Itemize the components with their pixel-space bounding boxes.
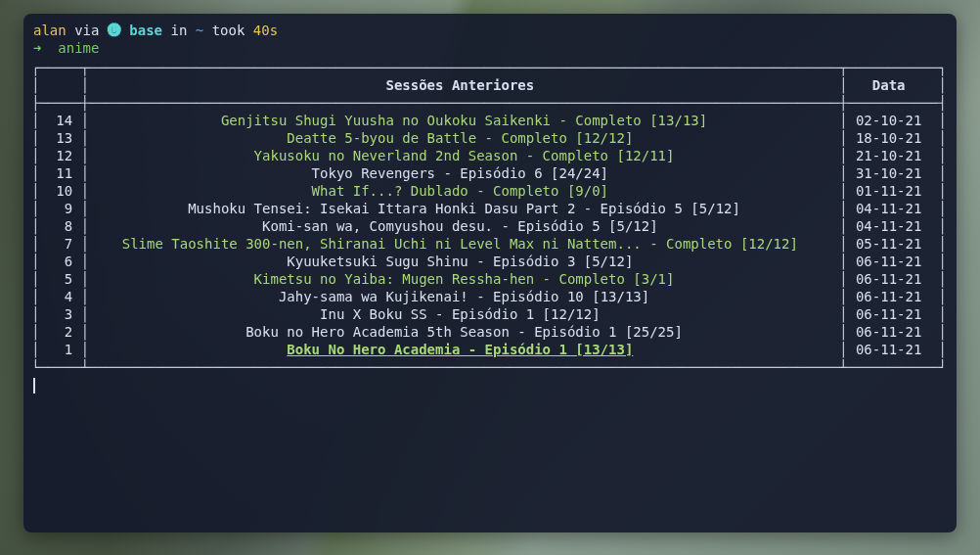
row-date: 02-10-21 bbox=[847, 113, 938, 128]
row-title-pad-right bbox=[649, 289, 839, 304]
row-title-pad-left bbox=[89, 218, 262, 234]
row-title: Kimetsu no Yaiba: Mugen Ressha-hen - Com… bbox=[254, 271, 675, 287]
header-data: Data bbox=[872, 77, 906, 93]
row-index: 13 bbox=[39, 130, 80, 146]
table-row[interactable]: │ 8 │ Komi-san wa, Comyushou desu. - Epi… bbox=[31, 217, 949, 235]
prompt-line-1: alan via 🅒 base in ~ took 40s bbox=[31, 22, 949, 39]
row-title-pad-right bbox=[608, 183, 839, 199]
row-date: 06-11-21 bbox=[848, 289, 939, 304]
row-title-pad-right bbox=[658, 218, 839, 234]
prompt-line-2: ➜ anime bbox=[31, 39, 949, 57]
table-header-row: │ │ Sessões Anteriores │ Data │ bbox=[31, 76, 949, 94]
row-title-pad-left bbox=[89, 113, 221, 128]
table-row[interactable]: │ 1 │ Boku No Hero Academia - Episódio 1… bbox=[31, 341, 949, 358]
row-index: 8 bbox=[39, 218, 80, 234]
row-title-pad-left bbox=[89, 201, 188, 216]
text-cursor bbox=[33, 378, 35, 393]
row-title-pad-left bbox=[89, 342, 287, 357]
table-row[interactable]: │ 6 │ Kyuuketsuki Sugu Shinu - Episódio … bbox=[31, 253, 949, 270]
row-title: Yakusoku no Neverland 2nd Season - Compl… bbox=[254, 148, 675, 163]
row-title: Jahy-sama wa Kujikenai! - Episódio 10 [1… bbox=[279, 289, 649, 304]
row-title-pad-right bbox=[633, 342, 839, 357]
row-date: 21-10-21 bbox=[848, 148, 939, 163]
prompt-via: via bbox=[74, 23, 99, 38]
prompt-took: took bbox=[212, 23, 245, 38]
row-date: 06-11-21 bbox=[848, 306, 939, 322]
row-title-pad-left bbox=[89, 148, 254, 163]
row-index: 2 bbox=[39, 324, 80, 340]
row-title: Komi-san wa, Comyushou desu. - Episódio … bbox=[262, 218, 658, 234]
row-title-pad-left bbox=[89, 236, 122, 252]
row-date: 06-11-21 bbox=[848, 342, 939, 357]
sessions-table: ┌─────┬─────────────────────────────────… bbox=[31, 59, 949, 376]
prompt-in: in bbox=[170, 23, 187, 38]
row-date: 18-10-21 bbox=[848, 130, 939, 146]
row-title: Boku no Hero Academia 5th Season - Episó… bbox=[245, 324, 683, 340]
row-index: 7 bbox=[39, 236, 80, 252]
row-title-pad-left bbox=[89, 165, 312, 181]
conda-icon: 🅒 bbox=[108, 23, 121, 38]
row-title-pad-right bbox=[683, 324, 839, 340]
prompt-duration: 40s bbox=[253, 23, 278, 38]
terminal-window[interactable]: alan via 🅒 base in ~ took 40s ➜ anime ┌─… bbox=[23, 14, 957, 532]
row-title-pad-right bbox=[608, 165, 839, 181]
table-row[interactable]: │ 5 │ Kimetsu no Yaiba: Mugen Ressha-hen… bbox=[31, 270, 949, 288]
row-title: Kyuuketsuki Sugu Shinu - Episódio 3 [5/1… bbox=[287, 254, 633, 269]
row-title-pad-left bbox=[89, 324, 245, 340]
row-title-pad-left bbox=[89, 130, 287, 146]
row-date: 01-11-21 bbox=[848, 183, 939, 199]
row-date: 06-11-21 bbox=[848, 324, 939, 340]
header-sessoes: Sessões Anteriores bbox=[385, 77, 534, 93]
prompt-path: ~ bbox=[196, 23, 203, 38]
table-border-mid: ├─────┼─────────────────────────────────… bbox=[31, 94, 949, 112]
table-row[interactable]: │ 14 │ Genjitsu Shugi Yuusha no Oukoku S… bbox=[31, 112, 949, 129]
row-index: 14 bbox=[39, 113, 80, 128]
row-title-pad-left bbox=[89, 289, 279, 304]
row-date: 31-10-21 bbox=[848, 165, 939, 181]
table-row[interactable]: │ 2 │ Boku no Hero Academia 5th Season -… bbox=[31, 323, 949, 341]
row-date: 04-11-21 bbox=[848, 218, 939, 234]
row-title-pad-right bbox=[674, 271, 839, 287]
table-row[interactable]: │ 13 │ Deatte 5-byou de Battle - Complet… bbox=[31, 129, 949, 147]
table-row[interactable]: │ 4 │ Jahy-sama wa Kujikenai! - Episódio… bbox=[31, 288, 949, 305]
prompt-user: alan bbox=[33, 23, 67, 38]
row-title: Slime Taoshite 300-nen, Shiranai Uchi ni… bbox=[122, 236, 798, 252]
cursor-line bbox=[31, 376, 949, 393]
row-title-pad-right bbox=[601, 306, 839, 322]
table-border-bottom: └─────┴─────────────────────────────────… bbox=[31, 358, 949, 376]
row-index: 3 bbox=[39, 306, 80, 322]
row-index: 4 bbox=[39, 289, 80, 304]
table-row[interactable]: │ 12 │ Yakusoku no Neverland 2nd Season … bbox=[31, 147, 949, 164]
row-title-pad-right bbox=[798, 236, 839, 252]
row-title: Mushoku Tensei: Isekai Ittara Honki Dasu… bbox=[188, 201, 740, 216]
prompt-env: base bbox=[129, 23, 162, 38]
row-title: Tokyo Revengers - Episódio 6 [24/24] bbox=[312, 165, 608, 181]
row-title-pad-left bbox=[89, 183, 312, 199]
row-title-pad-right bbox=[707, 113, 839, 128]
table-row[interactable]: │ 10 │ What If...? Dublado - Completo [9… bbox=[31, 182, 949, 200]
row-index: 5 bbox=[39, 271, 80, 287]
table-row[interactable]: │ 3 │ Inu X Boku SS - Episódio 1 [12/12]… bbox=[31, 305, 949, 323]
table-row[interactable]: │ 7 │ Slime Taoshite 300-nen, Shiranai U… bbox=[31, 235, 949, 253]
row-title: Boku No Hero Academia - Episódio 1 [13/1… bbox=[287, 342, 633, 357]
row-index: 12 bbox=[39, 148, 80, 163]
row-title: What If...? Dublado - Completo [9/0] bbox=[312, 183, 608, 199]
table-row[interactable]: │ 11 │ Tokyo Revengers - Episódio 6 [24/… bbox=[31, 164, 949, 182]
row-date: 04-11-21 bbox=[848, 201, 939, 216]
prompt-arrow-icon: ➜ bbox=[33, 40, 41, 56]
row-title-pad-right bbox=[740, 201, 839, 216]
command-text: anime bbox=[58, 40, 99, 56]
row-title-pad-right bbox=[674, 148, 839, 163]
row-index: 10 bbox=[39, 183, 80, 199]
row-date: 06-11-21 bbox=[848, 271, 939, 287]
row-title-pad-left bbox=[89, 254, 287, 269]
table-border-top: ┌─────┬─────────────────────────────────… bbox=[31, 59, 949, 76]
row-title: Inu X Boku SS - Episódio 1 [12/12] bbox=[320, 306, 601, 322]
row-title-pad-right bbox=[633, 254, 839, 269]
row-title-pad-left bbox=[89, 271, 254, 287]
table-row[interactable]: │ 9 │ Mushoku Tensei: Isekai Ittara Honk… bbox=[31, 200, 949, 217]
row-date: 05-11-21 bbox=[848, 236, 939, 252]
row-index: 11 bbox=[39, 165, 80, 181]
row-index: 6 bbox=[39, 254, 80, 269]
row-date: 06-11-21 bbox=[848, 254, 939, 269]
